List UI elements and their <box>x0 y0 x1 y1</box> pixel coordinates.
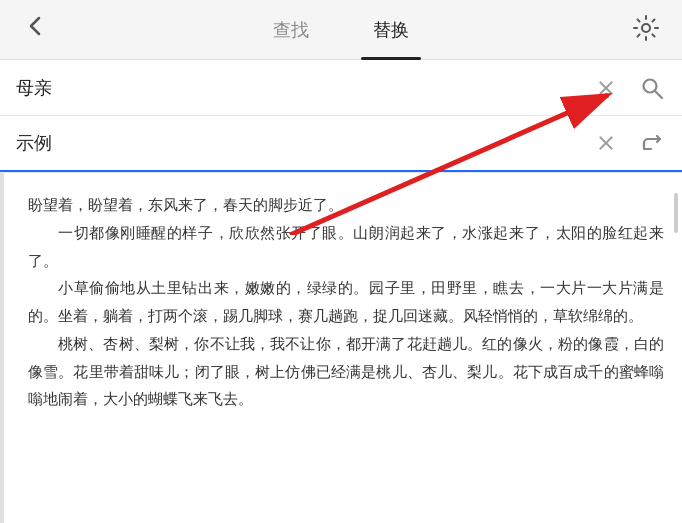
tab-find[interactable]: 查找 <box>241 0 341 60</box>
paragraph-3: 小草偷偷地从土里钻出来，嫩嫩的，绿绿的。园子里，田野里，瞧去，一大片一大片满是的… <box>28 274 664 330</box>
nav-tabs: 查找 替换 <box>54 0 628 60</box>
svg-point-0 <box>642 24 650 32</box>
replace-clear-button[interactable] <box>592 129 620 157</box>
tab-replace[interactable]: 替换 <box>341 0 441 60</box>
replace-clear-icon <box>596 133 616 153</box>
scroll-indicator <box>674 193 678 233</box>
nav-bar: 查找 替换 <box>0 0 682 60</box>
content-text: 盼望着，盼望着，东风来了，春天的脚步近了。 一切都像刚睡醒的样子，欣欣然张开了眼… <box>28 191 664 413</box>
replace-icons <box>592 129 666 157</box>
search-icons <box>592 74 666 102</box>
paragraph-1: 盼望着，盼望着，东风来了，春天的脚步近了。 <box>28 191 664 219</box>
paragraph-2: 一切都像刚睡醒的样子，欣欣然张开了眼。山朗润起来了，水涨起来了，太阳的脸红起来了… <box>28 219 664 275</box>
replace-single-button[interactable] <box>638 129 666 157</box>
search-button[interactable] <box>638 74 666 102</box>
search-replace-area <box>0 60 682 173</box>
content-area: 盼望着，盼望着，东风来了，春天的脚步近了。 一切都像刚睡醒的样子，欣欣然张开了眼… <box>0 173 682 523</box>
paragraph-4: 桃树、杏树、梨树，你不让我，我不让你，都开满了花赶趟儿。红的像火，粉的像霞，白的… <box>28 330 664 413</box>
back-button[interactable] <box>18 14 54 45</box>
clear-icon <box>596 78 616 98</box>
replace-row <box>0 116 682 172</box>
search-row <box>0 60 682 116</box>
search-clear-button[interactable] <box>592 74 620 102</box>
settings-button[interactable] <box>628 14 664 46</box>
svg-line-2 <box>655 91 662 98</box>
replace-input[interactable] <box>16 133 592 154</box>
search-input[interactable] <box>16 77 592 98</box>
